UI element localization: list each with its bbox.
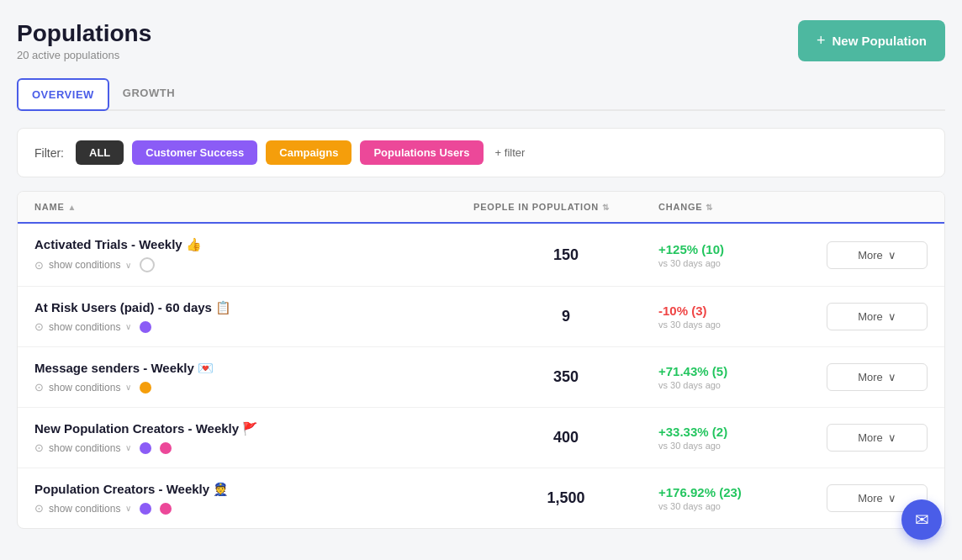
- new-population-button[interactable]: + New Population: [798, 20, 945, 61]
- th-people: PEOPLE IN POPULATION ⇅: [473, 202, 658, 212]
- filter-label: Filter:: [34, 146, 64, 160]
- conditions-arrow-icon: ∨: [125, 443, 131, 452]
- row-5-show-conditions[interactable]: show conditions: [49, 503, 120, 515]
- more-chevron-icon: ∨: [888, 431, 896, 444]
- header-row: Populations 20 active populations + New …: [17, 20, 945, 61]
- filter-populations-users-button[interactable]: Populations Users: [360, 140, 483, 165]
- conditions-arrow-icon: ∨: [125, 322, 131, 331]
- row-1-name: Activated Trials - Weekly 👍: [34, 237, 473, 252]
- row-4-dot-red: [160, 442, 172, 454]
- conditions-arrow-icon: ∨: [125, 383, 131, 392]
- row-4-name: New Population Creators - Weekly 🚩: [34, 421, 473, 436]
- table-row: Population Creators - Weekly 👮 ⊙ show co…: [18, 468, 944, 528]
- row-1-show-conditions[interactable]: show conditions: [49, 259, 120, 271]
- row-2-people: 9: [473, 308, 658, 325]
- row-1-change-cell: +125% (10) vs 30 days ago: [658, 242, 827, 268]
- row-5-people: 1,500: [473, 489, 658, 507]
- th-change: CHANGE ⇅: [658, 202, 827, 212]
- more-chevron-icon: ∨: [888, 371, 896, 383]
- row-3-name-cell: Message senders - Weekly 💌 ⊙ show condit…: [34, 361, 473, 394]
- row-5-change: +176.92% (23): [658, 485, 827, 499]
- page-title: Populations: [17, 20, 151, 47]
- filter-add-button[interactable]: + filter: [495, 146, 526, 159]
- row-3-dot-orange: [140, 382, 151, 394]
- new-population-label: New Population: [832, 34, 928, 48]
- row-4-name-cell: New Population Creators - Weekly 🚩 ⊙ sho…: [34, 421, 473, 454]
- row-5-change-cell: +176.92% (23) vs 30 days ago: [658, 485, 827, 511]
- row-5-vs: vs 30 days ago: [658, 501, 827, 511]
- row-1-vs: vs 30 days ago: [658, 258, 827, 268]
- tab-growth[interactable]: GROWTH: [109, 78, 188, 111]
- row-2-name-cell: At Risk Users (paid) - 60 days 📋 ⊙ show …: [34, 300, 473, 333]
- row-3-conditions: ⊙ show conditions ∨: [34, 381, 473, 394]
- row-3-change-cell: +71.43% (5) vs 30 days ago: [658, 364, 827, 390]
- more-chevron-icon: ∨: [888, 249, 896, 262]
- change-sort-icon[interactable]: ⇅: [706, 203, 713, 212]
- row-3-change: +71.43% (5): [658, 364, 827, 378]
- more-chevron-icon: ∨: [888, 310, 896, 323]
- row-5-name-cell: Population Creators - Weekly 👮 ⊙ show co…: [34, 482, 473, 515]
- row-3-show-conditions[interactable]: show conditions: [49, 382, 120, 394]
- table-row: Activated Trials - Weekly 👍 ⊙ show condi…: [18, 224, 944, 287]
- row-5-conditions: ⊙ show conditions ∨: [34, 502, 473, 515]
- filter-row: Filter: ALL Customer Success Campaigns P…: [17, 128, 945, 177]
- table-row: At Risk Users (paid) - 60 days 📋 ⊙ show …: [18, 287, 944, 347]
- table-row: New Population Creators - Weekly 🚩 ⊙ sho…: [18, 408, 944, 468]
- chat-fab-button[interactable]: ✉: [901, 499, 942, 540]
- row-1-name-cell: Activated Trials - Weekly 👍 ⊙ show condi…: [34, 237, 473, 272]
- conditions-clock-icon: ⊙: [34, 441, 44, 454]
- conditions-clock-icon: ⊙: [34, 320, 44, 333]
- filter-campaigns-button[interactable]: Campaigns: [266, 140, 352, 165]
- row-2-change: -10% (3): [658, 304, 827, 318]
- th-actions: [827, 202, 928, 212]
- page-subtitle: 20 active populations: [17, 49, 151, 61]
- page-container: Populations 20 active populations + New …: [0, 0, 962, 560]
- row-4-people: 400: [473, 429, 658, 446]
- row-1-change: +125% (10): [658, 242, 827, 256]
- row-2-name: At Risk Users (paid) - 60 days 📋: [34, 300, 473, 315]
- conditions-clock-icon: ⊙: [34, 381, 44, 394]
- filter-customer-success-button[interactable]: Customer Success: [132, 140, 257, 165]
- row-3-name: Message senders - Weekly 💌: [34, 361, 473, 376]
- row-2-vs: vs 30 days ago: [658, 320, 827, 330]
- row-4-more-button[interactable]: More ∨: [827, 424, 928, 452]
- tabs-row: OVERVIEW GROWTH: [17, 78, 945, 111]
- row-2-show-conditions[interactable]: show conditions: [49, 321, 120, 333]
- th-name: NAME ▲: [34, 202, 473, 212]
- chat-icon: ✉: [915, 510, 929, 530]
- row-2-dot-purple: [140, 321, 151, 333]
- header-left: Populations 20 active populations: [17, 20, 151, 61]
- row-4-change: +33.33% (2): [658, 425, 827, 439]
- name-sort-icon[interactable]: ▲: [68, 203, 77, 212]
- row-3-people: 350: [473, 368, 658, 386]
- people-sort-icon[interactable]: ⇅: [602, 203, 610, 212]
- row-2-more-button[interactable]: More ∨: [827, 303, 928, 330]
- conditions-clock-icon: ⊙: [34, 502, 44, 515]
- table-row: Message senders - Weekly 💌 ⊙ show condit…: [18, 347, 944, 408]
- row-3-more-button[interactable]: More ∨: [827, 363, 928, 391]
- conditions-arrow-icon: ∨: [125, 261, 131, 270]
- row-4-dot-purple: [140, 442, 151, 454]
- row-2-change-cell: -10% (3) vs 30 days ago: [658, 304, 827, 330]
- conditions-arrow-icon: ∨: [125, 504, 131, 513]
- row-4-change-cell: +33.33% (2) vs 30 days ago: [658, 425, 827, 451]
- row-2-conditions: ⊙ show conditions ∨: [34, 320, 473, 333]
- row-4-vs: vs 30 days ago: [658, 441, 827, 451]
- row-4-conditions: ⊙ show conditions ∨: [34, 441, 473, 454]
- row-5-dot-purple: [140, 503, 151, 515]
- more-chevron-icon: ∨: [888, 492, 896, 505]
- table-header: NAME ▲ PEOPLE IN POPULATION ⇅ CHANGE ⇅: [18, 192, 944, 224]
- row-3-vs: vs 30 days ago: [658, 380, 827, 390]
- conditions-clock-icon: ⊙: [34, 259, 44, 272]
- filter-all-button[interactable]: ALL: [76, 140, 124, 165]
- row-4-show-conditions[interactable]: show conditions: [49, 442, 120, 454]
- populations-table: NAME ▲ PEOPLE IN POPULATION ⇅ CHANGE ⇅ A…: [17, 191, 945, 529]
- row-1-conditions: ⊙ show conditions ∨: [34, 257, 473, 272]
- row-1-dot-empty[interactable]: [140, 257, 155, 272]
- new-population-plus-icon: +: [817, 32, 826, 50]
- row-1-more-button[interactable]: More ∨: [827, 241, 928, 269]
- row-5-name: Population Creators - Weekly 👮: [34, 482, 473, 497]
- row-1-people: 150: [473, 246, 658, 264]
- tab-overview[interactable]: OVERVIEW: [17, 78, 109, 111]
- row-5-dot-red: [160, 503, 172, 515]
